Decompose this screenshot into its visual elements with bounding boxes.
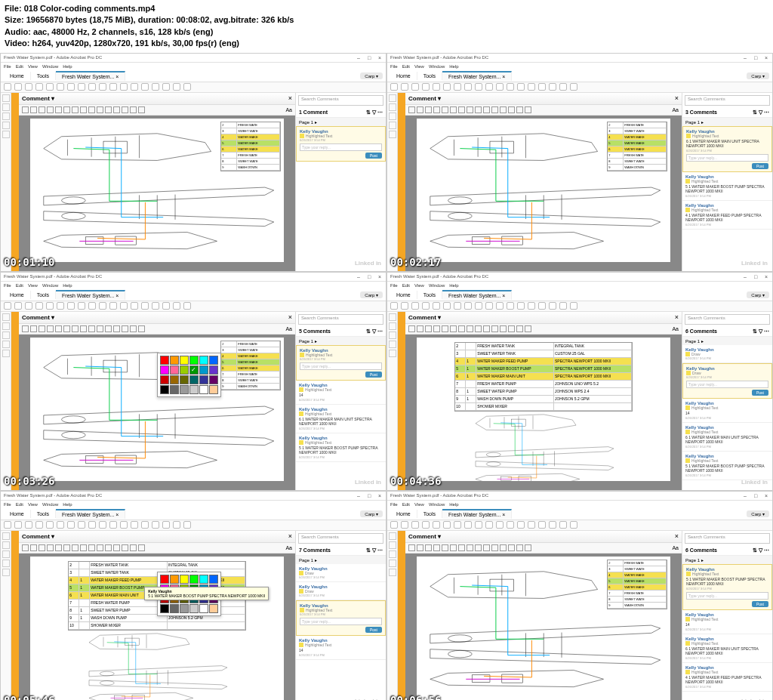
comment-item[interactable]: Kelly Vaughn Highlighted Text4 1 WATER M… [682, 663, 772, 692]
toolbar-button[interactable] [517, 302, 525, 310]
toolbar-button[interactable] [422, 302, 430, 310]
color-swatch[interactable] [189, 385, 199, 394]
menu-item[interactable]: File [4, 283, 11, 288]
page-section-label[interactable]: Page 1 ▸ [296, 118, 386, 126]
toolbar-button[interactable] [120, 83, 128, 91]
rail-icon[interactable] [2, 532, 10, 540]
toolbar-button[interactable] [454, 302, 461, 310]
annotation-tool[interactable] [525, 544, 531, 551]
sort-icon[interactable]: ⇅ [753, 109, 757, 116]
close-icon[interactable]: × [763, 273, 769, 279]
menu-item[interactable]: Edit [16, 64, 23, 69]
color-swatch[interactable] [160, 356, 169, 365]
toolbar-button[interactable] [162, 302, 170, 310]
color-swatch[interactable] [160, 604, 169, 613]
comment-item[interactable]: Kelly Vaughn Draw6/26/2017 3:54 PM [296, 582, 386, 600]
color-swatch[interactable] [180, 356, 189, 365]
comment-item[interactable]: Kelly Vaughn Highlighted Text6/26/2017 3… [296, 345, 386, 381]
annotation-tool[interactable] [433, 106, 440, 113]
toolbar-button[interactable] [25, 83, 32, 91]
text-format-label[interactable]: Aa [285, 107, 292, 113]
toolbar-button[interactable] [88, 83, 96, 91]
color-swatch[interactable] [189, 604, 199, 613]
menu-item[interactable]: View [414, 283, 424, 288]
pdf-page[interactable]: 2FRESH WATE3SWEET WATE4WATER MAKE5WATER … [417, 557, 671, 700]
annotation-tool[interactable] [450, 544, 457, 551]
annotation-tool[interactable] [425, 325, 432, 332]
filter-icon[interactable]: ▽ [759, 547, 762, 554]
annotation-tool[interactable] [55, 106, 62, 113]
rail-icon[interactable] [389, 313, 396, 321]
annotation-tool[interactable] [483, 544, 490, 551]
comment-item[interactable]: Kelly Vaughn Highlighted Text146/26/2017… [682, 610, 772, 634]
rail-icon[interactable] [389, 103, 396, 111]
annotation-tool[interactable] [450, 325, 457, 332]
panel-close-icon[interactable]: × [288, 532, 292, 540]
toolbar-button[interactable] [390, 302, 398, 310]
toolbar-button[interactable] [35, 83, 43, 91]
color-swatch[interactable] [180, 575, 189, 584]
table-row[interactable]: 81SWEET WATER PUMPJOHNSON WPS 2.4 [455, 388, 632, 396]
page-section-label[interactable]: Page 1 ▸ [296, 337, 386, 345]
annotation-tool[interactable] [442, 106, 448, 113]
color-swatch[interactable] [180, 385, 189, 394]
menu-item[interactable]: Window [42, 64, 58, 69]
toolbar-button[interactable] [538, 83, 546, 91]
annotation-tool[interactable] [138, 544, 145, 551]
color-swatch[interactable] [180, 375, 189, 384]
annotation-tool[interactable] [467, 106, 473, 113]
toolbar-button[interactable] [57, 302, 64, 310]
toolbar-button[interactable] [485, 302, 493, 310]
annotation-tool[interactable] [491, 106, 498, 113]
comment-item[interactable]: Kelly Vaughn Highlighted Text5 1 WATER M… [682, 172, 772, 201]
search-comments-input[interactable]: Search Comments [298, 533, 383, 544]
filter-icon[interactable]: ▽ [759, 109, 762, 116]
maximize-icon[interactable]: □ [753, 273, 759, 279]
comment-item[interactable]: Kelly Vaughn Highlighted Text5 1 WATER M… [296, 433, 386, 462]
annotation-tool[interactable] [425, 544, 432, 551]
toolbar-button[interactable] [517, 83, 525, 91]
menu-item[interactable]: File [390, 502, 398, 507]
toolbar-button[interactable] [57, 521, 64, 529]
toolbar-button[interactable] [120, 302, 128, 310]
toolbar-button[interactable] [507, 83, 514, 91]
toolbar-button[interactable] [46, 521, 54, 529]
annotation-tool[interactable] [417, 106, 423, 113]
table-row[interactable]: 10SHOWER MIXER [69, 622, 245, 630]
toolbar-button[interactable] [496, 302, 504, 310]
annotation-tool[interactable] [475, 325, 482, 332]
color-swatch[interactable] [189, 375, 199, 384]
comment-item[interactable]: Kelly Vaughn Highlighted Text6/26/2017 3… [296, 600, 386, 636]
search-comments-input[interactable]: Search Comments [298, 95, 383, 106]
rail-icon[interactable] [389, 350, 396, 357]
annotation-tool[interactable] [80, 106, 87, 113]
menu-item[interactable]: View [414, 502, 424, 507]
toolbar-button[interactable] [549, 83, 556, 91]
toolbar-button[interactable] [162, 521, 170, 529]
comment-item[interactable]: Kelly Vaughn Highlighted Text6 1 WATER M… [682, 423, 772, 452]
menu-item[interactable]: Help [449, 64, 458, 69]
panel-close-icon[interactable]: × [675, 94, 679, 102]
comment-item[interactable]: Kelly Vaughn Draw6/26/2017 3:54 PM [682, 345, 772, 363]
annotation-tool[interactable] [491, 544, 498, 551]
toolbar-button[interactable] [78, 521, 85, 529]
menu-item[interactable]: View [414, 64, 424, 69]
toolbar-button[interactable] [401, 521, 408, 529]
toolbar-button[interactable] [433, 302, 440, 310]
panel-close-icon[interactable]: × [675, 313, 679, 321]
toolbar-button[interactable] [14, 521, 22, 529]
annotation-tool[interactable] [516, 544, 523, 551]
toolbar-button[interactable] [46, 302, 54, 310]
tab-close-icon[interactable]: × [502, 293, 505, 298]
annotation-tool[interactable] [130, 544, 137, 551]
toolbar-button[interactable] [173, 302, 180, 310]
menu-item[interactable]: Help [449, 502, 458, 507]
annotation-tool[interactable] [516, 106, 523, 113]
rail-icon[interactable] [2, 113, 10, 120]
rail-icon[interactable] [389, 560, 396, 567]
annotation-tool[interactable] [425, 106, 432, 113]
comment-item[interactable]: Kelly Vaughn Highlighted Text5 1 WATER M… [682, 564, 772, 610]
toolbar-button[interactable] [454, 83, 461, 91]
annotation-tool[interactable] [491, 325, 498, 332]
toolbar-button[interactable] [4, 302, 11, 310]
